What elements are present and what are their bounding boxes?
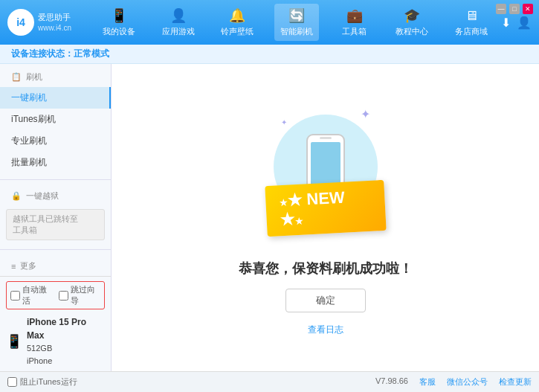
smart-flash-label: 智能刷机 — [280, 26, 313, 37]
logo-icon: i4 — [7, 9, 34, 36]
sidebar-item-pro-flash[interactable]: 专业刷机 — [0, 130, 111, 152]
block-itunes-label[interactable]: 阻止iTunes运行 — [7, 376, 77, 388]
sidebar-scroll: 📋 刷机 一键刷机 iTunes刷机 专业刷机 批量刷机 — [0, 64, 111, 276]
ringtones-label: 铃声壁纸 — [221, 26, 254, 37]
status-prefix: 设备连接状态： — [11, 48, 74, 59]
more-icon: ≡ — [11, 262, 16, 271]
my-device-icon: 📱 — [111, 7, 127, 24]
device-panel: 自动激活 跳过向导 📱 iPhone 15 Pro Max 512GB iPho… — [0, 276, 111, 371]
view-log-link[interactable]: 查看日志 — [308, 324, 343, 336]
version-text: V7.98.66 — [375, 376, 408, 388]
device-storage: 512GB — [27, 342, 105, 355]
auto-activate-label: 自动激活 — [22, 284, 53, 306]
download-icon[interactable]: ⬇ — [501, 16, 511, 30]
nav-tab-ringtones[interactable]: 🔔 铃声壁纸 — [215, 4, 259, 41]
status-mode: 正常模式 — [74, 48, 109, 59]
version-info: V7.98.66 客服 微信公众号 检查更新 — [375, 376, 532, 388]
one-key-flash-label: 一键刷机 — [11, 91, 47, 104]
tutorial-label: 教程中心 — [396, 26, 428, 37]
minimize-button[interactable]: — — [496, 4, 506, 14]
auto-activate-input[interactable] — [10, 291, 20, 301]
block-itunes-text: 阻止iTunes运行 — [20, 376, 77, 388]
header: i4 爱思助手 www.i4.cn 📱 我的设备 👤 应用游戏 🔔 铃声壁纸 🔄… — [0, 0, 539, 45]
nav-tab-toolbox[interactable]: 💼 工具箱 — [334, 4, 375, 41]
nav-tabs: 📱 我的设备 👤 应用游戏 🔔 铃声壁纸 🔄 智能刷机 💼 工具箱 🎓 — [89, 4, 501, 41]
flash-section-icon: 📋 — [11, 72, 22, 82]
logo-text: 爱思助手 www.i4.cn — [38, 12, 71, 32]
divider-1 — [0, 179, 111, 180]
sidebar-item-one-key-flash[interactable]: 一键刷机 — [0, 87, 111, 109]
header-right: ⬇ 👤 — [501, 16, 532, 30]
official-link[interactable]: 客服 — [419, 376, 436, 388]
itunes-flash-label: iTunes刷机 — [11, 113, 56, 126]
phone-illustration: ✦ ✦ ✦ ★ NEW ★ — [266, 100, 385, 248]
lock-icon: 🔒 — [11, 191, 22, 201]
nav-tab-service[interactable]: 🖥 务店商域 — [449, 4, 494, 41]
apps-label: 应用游戏 — [162, 26, 195, 37]
phone-device-icon: 📱 — [6, 333, 22, 350]
toolbox-icon: 💼 — [346, 7, 363, 24]
service-icon: 🖥 — [465, 8, 478, 24]
more-section-header: ≡ 更多 — [0, 256, 111, 276]
main-layout: 📋 刷机 一键刷机 iTunes刷机 专业刷机 批量刷机 — [0, 64, 539, 371]
jailbreak-disabled-text: 越狱工具已跳转至工具箱 — [13, 214, 78, 234]
content-area: ✦ ✦ ✦ ★ NEW ★ 恭喜您，保资料刷机成功啦！ 确定 查看日志 — [112, 64, 539, 371]
smart-flash-icon: 🔄 — [288, 7, 305, 24]
quick-guide-input[interactable] — [59, 291, 68, 301]
sparkle-1: ✦ — [361, 107, 370, 121]
window-controls: — □ ✕ — [496, 4, 533, 14]
device-options-box: 自动激活 跳过向导 — [6, 281, 105, 309]
batch-flash-label: 批量刷机 — [11, 156, 47, 169]
ringtones-icon: 🔔 — [229, 7, 245, 24]
jailbreak-section: 🔒 一键越狱 越狱工具已跳转至工具箱 — [0, 183, 111, 246]
quick-guide-label: 跳过向导 — [71, 284, 101, 306]
status-bar: 设备连接状态：正常模式 — [0, 45, 539, 64]
nav-tab-smart-flash[interactable]: 🔄 智能刷机 — [274, 4, 319, 41]
quick-guide-checkbox[interactable]: 跳过向导 — [59, 284, 101, 306]
wechat-link[interactable]: 微信公众号 — [447, 376, 488, 388]
new-badge: ★ NEW ★ — [265, 179, 386, 236]
check-update-link[interactable]: 检查更新 — [499, 376, 532, 388]
sparkle-2: ✦ — [281, 118, 287, 126]
nav-tab-tutorial[interactable]: 🎓 教程中心 — [390, 4, 434, 41]
device-details: iPhone 15 Pro Max 512GB iPhone — [27, 315, 105, 367]
flash-section-header: 📋 刷机 — [0, 67, 111, 87]
apps-icon: 👤 — [170, 7, 187, 24]
jailbreak-disabled: 越狱工具已跳转至工具箱 — [6, 209, 105, 240]
tutorial-icon: 🎓 — [404, 7, 420, 24]
logo-area: i4 爱思助手 www.i4.cn — [7, 9, 89, 36]
sidebar: 📋 刷机 一键刷机 iTunes刷机 专业刷机 批量刷机 — [0, 64, 112, 371]
block-itunes-checkbox[interactable] — [7, 377, 17, 387]
nav-tab-my-device[interactable]: 📱 我的设备 — [97, 4, 141, 41]
device-name: iPhone 15 Pro Max — [27, 315, 105, 342]
toolbox-label: 工具箱 — [342, 26, 367, 37]
my-device-label: 我的设备 — [103, 26, 135, 37]
service-label: 务店商域 — [455, 26, 488, 37]
user-icon[interactable]: 👤 — [517, 16, 532, 30]
divider-2 — [0, 249, 111, 250]
auto-activate-checkbox[interactable]: 自动激活 — [10, 284, 53, 306]
success-text: 恭喜您，保资料刷机成功啦！ — [239, 260, 413, 277]
success-image: ✦ ✦ ✦ ★ NEW ★ 恭喜您，保资料刷机成功啦！ 确定 查看日志 — [239, 100, 413, 336]
pro-flash-label: 专业刷机 — [11, 135, 47, 147]
flash-section: 📋 刷机 一键刷机 iTunes刷机 专业刷机 批量刷机 — [0, 64, 111, 176]
sidebar-item-batch-flash[interactable]: 批量刷机 — [0, 152, 111, 173]
nav-tab-apps-games[interactable]: 👤 应用游戏 — [156, 4, 201, 41]
maximize-button[interactable]: □ — [509, 4, 520, 14]
jailbreak-header: 🔒 一键越狱 — [0, 186, 111, 206]
more-section: ≡ 更多 其他工具 下载固件 高级功能 — [0, 253, 111, 276]
confirm-button[interactable]: 确定 — [285, 289, 366, 312]
bottom-bar: 阻止iTunes运行 V7.98.66 客服 微信公众号 检查更新 — [0, 371, 539, 392]
sidebar-item-itunes-flash[interactable]: iTunes刷机 — [0, 109, 111, 130]
device-type: iPhone — [27, 355, 105, 367]
svg-rect-2 — [320, 137, 332, 139]
device-info: 📱 iPhone 15 Pro Max 512GB iPhone — [6, 315, 105, 367]
close-button[interactable]: ✕ — [523, 4, 533, 14]
